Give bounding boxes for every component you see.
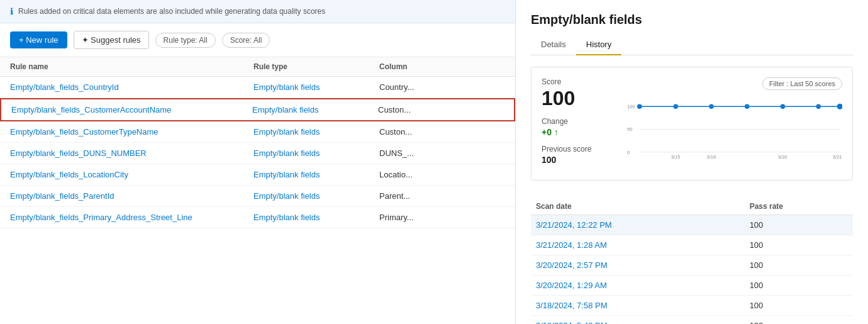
svg-point-12 [816,104,821,109]
scan-date: 3/18/2024, 7:58 PM [531,296,745,316]
score-chart: 100 50 0 [623,92,842,168]
svg-point-11 [781,104,786,109]
rule-name: Empty/blank_fields_DUNS_NUMBER [10,148,253,158]
history-row[interactable]: 3/21/2024, 1:28 AM100 [531,235,853,255]
history-row[interactable]: 3/20/2024, 2:57 PM100 [531,255,853,276]
column-value: Custon... [379,127,505,137]
score-label: Score [542,77,623,86]
column-value: Primary... [379,213,505,222]
rule-name: Empty/blank_fields_ParentId [10,191,253,201]
svg-point-13 [837,104,842,109]
prev-score-value: 100 [542,155,623,165]
rule-type: Empty/blank fields [253,82,379,92]
table-header: Rule name Rule type Column [0,57,515,77]
pass-rate: 100 [745,255,853,276]
pass-rate: 100 [745,215,853,235]
left-panel: ℹ Rules added on critical data elements … [0,0,516,324]
right-panel: Empty/blank fields Details History Score… [516,0,868,324]
tab-history[interactable]: History [576,35,621,55]
rule-type-filter[interactable]: Rule type: All [155,33,216,48]
table-row[interactable]: Empty/blank_fields_CustomerTypeName Empt… [0,121,515,143]
info-message: Rules added on critical data elements ar… [18,7,325,16]
chart-container: Filter : Last 50 scores 100 50 0 [623,77,842,170]
suggest-rules-button[interactable]: ✦ Suggest rules [74,31,149,49]
info-bar: ℹ Rules added on critical data elements … [0,0,515,23]
column-value: Locatio... [379,170,505,179]
chart-svg-container: 100 50 0 [623,92,842,170]
table-row[interactable]: Empty/blank_fields_Primary_Address_Stree… [0,207,515,228]
column-value: Custon... [378,105,504,115]
score-filter[interactable]: Score: All [222,33,270,48]
history-header-date: Scan date [531,198,745,215]
svg-point-8 [673,104,678,109]
new-rule-button[interactable]: + New rule [10,31,67,48]
table-row[interactable]: Empty/blank_fields_DUNS_NUMBER Empty/bla… [0,143,515,164]
column-value: Parent... [379,191,505,201]
rule-name: Empty/blank_fields_Primary_Address_Stree… [10,213,253,222]
info-icon: ℹ [10,6,13,16]
rule-name: Empty/blank_fields_CountryId [10,82,253,92]
tabs: Details History [531,35,853,55]
scan-date: 3/21/2024, 1:28 AM [531,235,745,255]
history-header-pass-rate: Pass rate [745,198,853,215]
rule-type: Empty/blank fields [253,191,379,201]
change-label: Change [542,117,623,126]
history-row[interactable]: 3/21/2024, 12:22 PM100 [531,215,853,235]
prev-score-label: Previous score [542,145,623,154]
svg-text:0: 0 [627,150,630,155]
table-row[interactable]: Empty/blank_fields_ParentId Empty/blank … [0,186,515,207]
history-row[interactable]: 3/18/2024, 5:43 PM100 [531,316,853,325]
table-row[interactable]: Empty/blank_fields_CountryId Empty/blank… [0,77,515,98]
panel-title: Empty/blank fields [531,13,853,27]
table-row[interactable]: Empty/blank_fields_CustomerAccountName E… [0,98,515,121]
col-header-rule-name: Rule name [10,62,253,71]
svg-point-7 [637,104,642,109]
tab-details[interactable]: Details [531,35,576,55]
history-row[interactable]: 3/18/2024, 7:58 PM100 [531,296,853,316]
filter-button[interactable]: Filter : Last 50 scores [762,77,842,90]
svg-text:50: 50 [627,127,632,133]
rule-name: Empty/blank_fields_CustomerTypeName [10,127,253,137]
rule-type: Empty/blank fields [252,105,378,115]
svg-point-9 [709,104,714,109]
rule-type: Empty/blank fields [253,127,379,137]
score-info: Score 100 Change +0 ↑ Previous score 100 [542,77,623,170]
svg-text:3/15: 3/15 [671,154,681,160]
column-value: DUNS_... [379,148,505,158]
history-row[interactable]: 3/20/2024, 1:29 AM100 [531,276,853,296]
change-value: +0 ↑ [542,127,623,137]
svg-point-10 [745,104,750,109]
col-header-column: Column [379,62,505,71]
pass-rate: 100 [745,316,853,325]
rule-type: Empty/blank fields [253,213,379,222]
svg-text:3/21: 3/21 [833,154,842,160]
table-rows: Empty/blank_fields_CountryId Empty/blank… [0,77,515,324]
toolbar: + New rule ✦ Suggest rules Rule type: Al… [0,23,515,57]
svg-text:3/18: 3/18 [706,154,716,160]
score-value: 100 [542,87,623,109]
col-header-rule-type: Rule type [253,62,379,71]
score-chart-section: Score 100 Change +0 ↑ Previous score 100… [531,67,853,181]
rule-name: Empty/blank_fields_LocationCity [10,170,253,179]
rule-type: Empty/blank fields [253,170,379,179]
table-row[interactable]: Empty/blank_fields_LocationCity Empty/bl… [0,164,515,186]
scan-date: 3/21/2024, 12:22 PM [531,215,745,235]
scan-date: 3/20/2024, 1:29 AM [531,276,745,296]
column-value: Country... [379,82,505,92]
rule-name: Empty/blank_fields_CustomerAccountName [11,105,252,115]
pass-rate: 100 [745,296,853,316]
pass-rate: 100 [745,276,853,296]
scan-date: 3/20/2024, 2:57 PM [531,255,745,276]
history-table: Scan date Pass rate 3/21/2024, 12:22 PM1… [531,198,853,324]
svg-text:3/20: 3/20 [778,154,787,160]
pass-rate: 100 [745,235,853,255]
rule-type: Empty/blank fields [253,148,379,158]
scan-date: 3/18/2024, 5:43 PM [531,316,745,325]
svg-text:100: 100 [627,104,635,109]
